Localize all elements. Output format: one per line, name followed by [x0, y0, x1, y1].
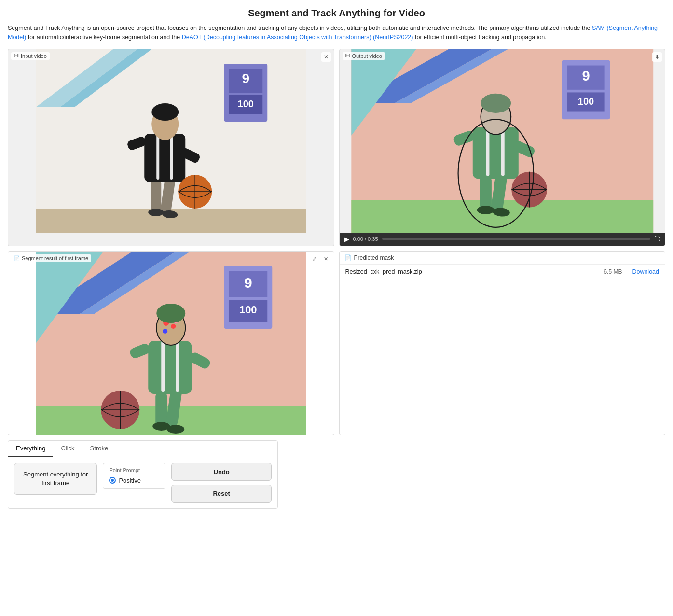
- controls-body: Segment everything for first frame Point…: [8, 457, 277, 508]
- svg-text:9: 9: [582, 68, 590, 83]
- page-title: Segment and Track Anything for Video: [8, 8, 665, 19]
- mask-download-link[interactable]: Download: [632, 268, 659, 275]
- time-display: 0:00 / 0:35: [353, 236, 378, 242]
- segment-result-svg: 9 100: [8, 252, 334, 435]
- segment-result-label: 📄 Segment result of first frame: [11, 254, 91, 262]
- tabs-row: Everything Click Stroke: [8, 441, 277, 457]
- svg-point-11: [148, 209, 164, 216]
- undo-button[interactable]: Undo: [171, 463, 272, 481]
- tab-everything[interactable]: Everything: [8, 441, 53, 457]
- svg-rect-63: [148, 341, 192, 394]
- svg-point-35: [477, 206, 494, 214]
- fullscreen-button[interactable]: ⛶: [654, 236, 660, 242]
- input-video-panel: 🎞 Input video ✕ 9 100: [8, 49, 334, 246]
- svg-text:100: 100: [577, 96, 594, 107]
- tab-stroke[interactable]: Stroke: [82, 441, 116, 457]
- segment-panel-actions: ⤢ ✕: [310, 254, 331, 264]
- svg-text:9: 9: [242, 71, 249, 86]
- output-video-download-button[interactable]: ⬇: [652, 52, 662, 62]
- svg-rect-15: [170, 134, 173, 180]
- svg-rect-13: [144, 134, 185, 182]
- deaot-link[interactable]: DeAOT (Decoupling features in Associatin…: [182, 34, 413, 41]
- close-segment-button[interactable]: ✕: [321, 254, 331, 264]
- bottom-grid: 📄 Segment result of first frame ⤢ ✕ 9 10…: [8, 251, 665, 435]
- output-camera-icon: 🎞: [345, 53, 350, 58]
- tab-click[interactable]: Click: [53, 441, 82, 457]
- input-video-close-button[interactable]: ✕: [321, 52, 331, 62]
- svg-text:9: 9: [244, 275, 252, 291]
- svg-point-17: [151, 103, 179, 121]
- svg-rect-38: [486, 127, 489, 176]
- svg-text:100: 100: [239, 304, 257, 316]
- controls-area: Everything Click Stroke Segment everythi…: [8, 440, 278, 509]
- segment-result-panel: 📄 Segment result of first frame ⤢ ✕ 9 10…: [8, 251, 334, 435]
- svg-point-70: [163, 329, 167, 334]
- mask-icon: 📄: [344, 254, 352, 261]
- mask-filesize: 6.5 MB: [598, 268, 627, 275]
- svg-rect-65: [176, 341, 179, 392]
- svg-rect-37: [472, 127, 518, 179]
- svg-point-69: [171, 324, 176, 329]
- positive-radio[interactable]: [109, 477, 116, 484]
- expand-button[interactable]: ⤢: [310, 254, 319, 264]
- svg-rect-39: [501, 127, 505, 176]
- positive-radio-row[interactable]: Positive: [109, 477, 159, 484]
- input-video-svg: 9 100: [8, 49, 334, 233]
- progress-bar[interactable]: [382, 238, 650, 240]
- svg-point-42: [481, 93, 511, 112]
- svg-rect-14: [156, 134, 159, 180]
- svg-point-72: [156, 304, 185, 323]
- point-prompt-label: Point Prompt: [109, 467, 159, 473]
- video-controls: ▶ 0:00 / 0:35 ⛶: [340, 233, 665, 246]
- segment-icon: 📄: [14, 255, 20, 261]
- radio-dot-inner: [111, 479, 114, 482]
- mask-file-row: Resized_cxk_pred_mask.zip 6.5 MB Downloa…: [340, 265, 665, 279]
- predicted-mask-header: 📄 Predicted mask: [340, 252, 665, 265]
- reset-button[interactable]: Reset: [171, 485, 272, 503]
- predicted-mask-panel: 📄 Predicted mask Resized_cxk_pred_mask.z…: [339, 251, 666, 435]
- point-prompt-box: Point Prompt Positive: [103, 463, 165, 489]
- action-buttons: Undo Reset: [171, 463, 272, 503]
- input-video-canvas: 9 100: [8, 49, 334, 233]
- svg-rect-64: [161, 341, 165, 392]
- video-grid: 🎞 Input video ✕ 9 100: [8, 49, 665, 246]
- description: Segment and Track Anything is an open-so…: [8, 24, 665, 42]
- svg-text:100: 100: [238, 98, 254, 109]
- output-video-canvas: 9 100: [340, 49, 665, 233]
- mask-filename: Resized_cxk_pred_mask.zip: [345, 268, 594, 275]
- camera-icon: 🎞: [14, 53, 19, 58]
- segment-everything-button[interactable]: Segment everything for first frame: [14, 463, 97, 495]
- svg-point-62: [167, 425, 184, 434]
- svg-rect-9: [151, 180, 161, 213]
- output-video-svg: 9 100: [340, 49, 665, 233]
- output-video-panel: 🎞 Output video ⬇ 9 100: [339, 49, 666, 246]
- play-button[interactable]: ▶: [344, 236, 349, 243]
- input-video-label: 🎞 Input video: [11, 52, 50, 60]
- output-video-label: 🎞 Output video: [343, 52, 385, 60]
